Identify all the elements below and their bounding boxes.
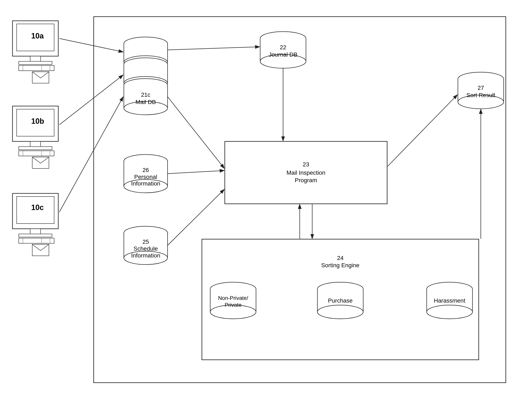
process-24-name: Sorting Engine bbox=[321, 262, 360, 268]
db-26-name2: Information bbox=[131, 180, 160, 187]
db-25-name2: Information bbox=[131, 252, 160, 259]
db-purchase: Purchase bbox=[317, 282, 363, 319]
svg-rect-22 bbox=[30, 229, 41, 234]
process-23-num: 23 bbox=[303, 161, 309, 167]
db-22-num: 22 bbox=[280, 44, 286, 50]
db-harassment-name: Harassment bbox=[434, 297, 465, 304]
db-27-num: 27 bbox=[477, 85, 484, 91]
svg-rect-13 bbox=[30, 141, 41, 147]
db-27-name: Sort Result bbox=[466, 92, 495, 98]
db-25-num: 25 bbox=[142, 239, 149, 245]
terminal-10c-label: 10c bbox=[31, 203, 44, 212]
svg-rect-4 bbox=[30, 56, 41, 61]
process-23: 23 Mail Inspection Program bbox=[225, 141, 387, 204]
svg-rect-5 bbox=[19, 61, 52, 64]
svg-rect-23 bbox=[19, 234, 52, 237]
svg-rect-15 bbox=[19, 151, 54, 156]
db-22-name: Journal DB bbox=[269, 51, 298, 58]
db-22: 22 Journal DB bbox=[260, 32, 306, 68]
process-23-name1: Mail Inspection bbox=[287, 169, 326, 176]
db-26-num: 26 bbox=[142, 167, 149, 173]
svg-rect-6 bbox=[19, 66, 54, 71]
db-26-name1: Personal bbox=[134, 174, 157, 180]
db-25: 25 Schedule Information bbox=[124, 226, 168, 265]
svg-rect-14 bbox=[19, 147, 52, 150]
db-nonprivate-name2: Private bbox=[225, 302, 242, 308]
db-purchase-name: Purchase bbox=[328, 297, 353, 304]
svg-rect-24 bbox=[19, 238, 54, 243]
terminal-10a-label: 10a bbox=[31, 32, 44, 40]
db-27: 27 Sort Result bbox=[458, 72, 504, 109]
db-nonprivate: Non-Private/ Private bbox=[210, 282, 256, 319]
db-25-name1: Schedule bbox=[134, 245, 158, 252]
db-harassment: Harassment bbox=[427, 282, 472, 319]
process-24-num: 24 bbox=[337, 255, 343, 261]
terminal-10b-label: 10b bbox=[31, 117, 44, 125]
db-21c-name: Mail DB bbox=[135, 99, 156, 105]
db-nonprivate-name1: Non-Private/ bbox=[218, 295, 248, 301]
db-26: 26 Personal Information bbox=[124, 155, 168, 193]
db-21c-num: 21c bbox=[141, 92, 150, 98]
db-21c: 21c Mail DB bbox=[124, 79, 168, 115]
svg-point-75 bbox=[317, 305, 363, 319]
svg-point-80 bbox=[427, 305, 472, 319]
process-23-name2: Program bbox=[295, 177, 317, 183]
